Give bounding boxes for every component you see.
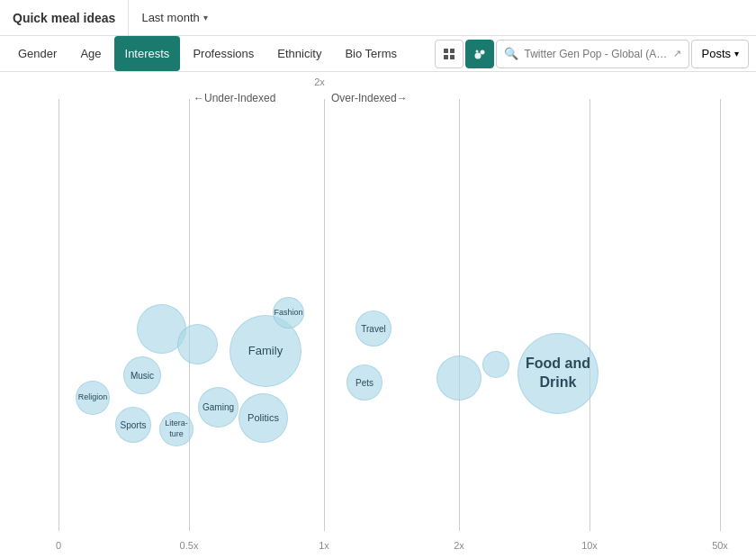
nav-bar: Gender Age Interests Professions Ethnici…: [0, 36, 756, 72]
vline-05: [189, 99, 190, 531]
search-icon: 🔍: [504, 47, 518, 60]
posts-chevron-icon: ▾: [734, 49, 739, 58]
bubble-gaming: Gaming: [198, 387, 238, 428]
bubble-fashion: Fashion: [273, 297, 304, 328]
bubble-music: Music: [123, 356, 161, 394]
search-box[interactable]: 🔍 ↗: [496, 40, 689, 68]
bubble-unnamed-1: [436, 356, 482, 400]
svg-point-6: [476, 50, 479, 52]
grid-icon-btn[interactable]: [435, 40, 464, 68]
posts-label: Posts: [701, 47, 731, 60]
under-indexed-label: ←Under-Indexed: [194, 92, 275, 104]
bubble-politics: Politics: [238, 393, 288, 443]
topic-label: Quick meal ideas: [0, 0, 129, 35]
external-link-icon: ↗: [673, 48, 681, 59]
vline-1: [324, 99, 325, 531]
bubble-sports: Sports: [115, 407, 151, 443]
svg-rect-3: [450, 55, 454, 59]
svg-point-5: [481, 50, 485, 54]
bubble-literature: Litera­ture: [159, 412, 194, 446]
x-label-0: 0: [56, 540, 61, 551]
x-label-05: 0.5x: [180, 540, 199, 551]
tab-gender[interactable]: Gender: [7, 36, 68, 71]
search-input[interactable]: [524, 48, 668, 60]
tab-professions[interactable]: Professions: [182, 36, 265, 71]
chart-area: 2x ←Under-Indexed Over-Indexed→ 0 0.5x 1…: [0, 72, 756, 558]
vline-2: [459, 99, 460, 531]
x-label-1: 1x: [319, 540, 329, 551]
bubble-religion: Religion: [76, 381, 110, 415]
x-label-10: 10x: [581, 540, 598, 551]
date-selector[interactable]: Last month ▾: [129, 0, 220, 35]
posts-button[interactable]: Posts ▾: [691, 40, 749, 68]
tab-bio-terms[interactable]: Bio Terms: [334, 36, 408, 71]
two-x-label: 2x: [314, 76, 325, 87]
bubble-unnamed-2: [482, 351, 509, 378]
bubble-travel: Travel: [356, 310, 392, 346]
chevron-down-icon: ▾: [203, 13, 208, 22]
tab-age[interactable]: Age: [69, 36, 112, 71]
bubble-pets: Pets: [346, 364, 382, 400]
vline-10: [590, 99, 590, 531]
vline-50: [720, 99, 721, 531]
bubble-unnamed-4: [177, 324, 218, 364]
vline-0: [58, 99, 59, 531]
svg-point-4: [475, 52, 482, 58]
svg-rect-0: [444, 49, 448, 53]
top-bar: Quick meal ideas Last month ▾: [0, 0, 756, 36]
svg-rect-1: [450, 49, 454, 53]
svg-rect-2: [444, 55, 448, 59]
bubble-chart-icon-btn[interactable]: [465, 40, 494, 68]
date-label: Last month: [141, 11, 199, 24]
over-indexed-label: Over-Indexed→: [331, 92, 408, 104]
tab-interests[interactable]: Interests: [114, 36, 181, 71]
x-label-2: 2x: [454, 540, 464, 551]
bubble-food-drink: Food and Drink: [518, 333, 598, 414]
tab-ethnicity[interactable]: Ethnicity: [266, 36, 332, 71]
x-label-50: 50x: [712, 540, 728, 551]
